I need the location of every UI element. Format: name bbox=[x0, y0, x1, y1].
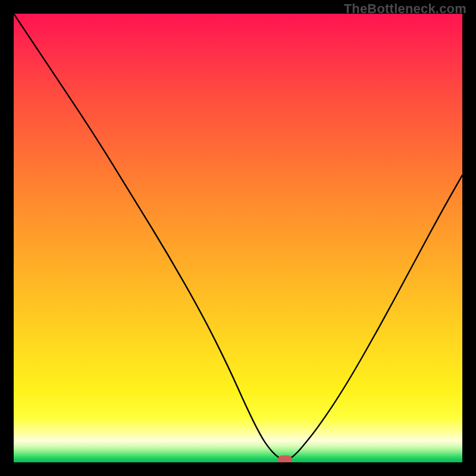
plot-area bbox=[14, 14, 462, 462]
minimum-marker bbox=[278, 456, 292, 462]
chart-frame: TheBottleneck.com bbox=[0, 0, 476, 476]
bottleneck-curve bbox=[14, 14, 462, 462]
